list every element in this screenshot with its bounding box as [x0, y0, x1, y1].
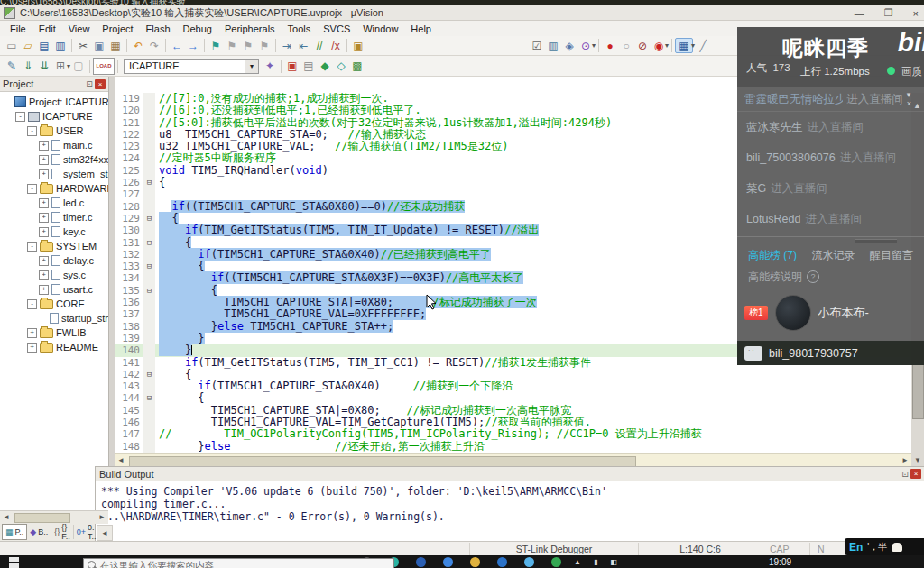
hscroll-thumb[interactable] [14, 513, 70, 523]
scroll-right-icon[interactable]: ► [899, 454, 911, 466]
collapse-icon[interactable]: - [15, 112, 25, 122]
new-file-icon[interactable]: ▭ [4, 38, 20, 53]
manage-runenv-icon[interactable]: ◆ [317, 59, 333, 74]
properties-icon[interactable]: ▣ [350, 38, 366, 53]
window-layout-icon[interactable]: ▦ [675, 38, 693, 53]
expand-icon[interactable]: + [39, 155, 49, 165]
dock-scroll-left-icon[interactable]: ◄ [97, 525, 113, 541]
dock-tab-F[interactable]: {}{} F.. [51, 525, 74, 539]
stop-build-icon[interactable]: ▢ [70, 59, 87, 74]
menu-flash[interactable]: Flash [140, 23, 177, 35]
tray-network-icon[interactable]: ◧ [610, 558, 617, 566]
indent-icon[interactable]: ⇥ [279, 38, 295, 53]
tree-item-system-stn[interactable]: +system_stn [0, 167, 108, 181]
bookmark-next-icon[interactable]: ⚑ [240, 38, 256, 53]
tree-item-SYSTEM[interactable]: -SYSTEM [0, 239, 108, 253]
cut-icon[interactable]: ✂ [75, 38, 91, 53]
chevron-down-icon[interactable]: ▾ [245, 60, 258, 73]
tree-item-timer-c[interactable]: +timer.c [0, 210, 108, 224]
tree-item-CORE[interactable]: -CORE [0, 297, 108, 311]
close-panel-icon[interactable]: × [910, 469, 921, 479]
fold-margin[interactable]: ⊟ [143, 392, 155, 404]
collapse-icon[interactable]: - [27, 184, 37, 194]
pack-installer-icon[interactable]: ▩ [349, 59, 365, 74]
menu-window[interactable]: Window [356, 23, 404, 35]
undo-icon[interactable]: ↶ [130, 38, 146, 53]
menu-file[interactable]: File [4, 23, 32, 35]
dropdown-arrow-icon[interactable]: ▾ [665, 41, 669, 50]
code-line[interactable]: 143 if(TIM5CH1_CAPTURE_STA&0X40) //捕获到一个… [115, 380, 911, 392]
chat-scroll-up-icon[interactable]: ▲ [913, 101, 921, 110]
chat-tab-流水记录[interactable]: 流水记录 [812, 248, 855, 263]
fold-margin[interactable]: ⊟ [143, 213, 155, 224]
close-button[interactable]: × [913, 8, 919, 19]
find-in-files-icon[interactable]: ▥ [545, 38, 561, 53]
tree-item-led-c[interactable]: +led.c [0, 196, 108, 210]
bookmark-clear-icon[interactable]: ⚑ [256, 38, 273, 53]
tree-item-Project--ICAPTURE[interactable]: Project: ICAPTURE [0, 95, 108, 109]
dock-tab-B[interactable]: ◆B.. [27, 525, 51, 539]
file-extensions-icon[interactable]: ▤ [300, 59, 317, 74]
tree-item-main-c[interactable]: +main.c [0, 138, 108, 152]
scroll-right-icon[interactable]: ► [96, 511, 108, 523]
navigate-forward-icon[interactable]: → [185, 38, 201, 53]
chat-tab-醒目留言[interactable]: 醒目留言 [870, 248, 913, 263]
navigate-back-icon[interactable]: ← [169, 38, 185, 53]
ime-language[interactable]: En [849, 541, 863, 554]
build-icon[interactable]: ⇓ [20, 59, 36, 74]
project-hscrollbar[interactable]: ◄ ► [0, 510, 108, 524]
code-line[interactable]: 146 TIM5CH1_CAPTURE_VAL=TIM_GetCapture1(… [115, 417, 911, 428]
tree-item-FWLIB[interactable]: +FWLIB [0, 325, 108, 340]
resize-handle[interactable] [737, 237, 924, 244]
tree-item-key-c[interactable]: +key.c [0, 224, 108, 239]
verify-checkbox-icon[interactable]: ☑ [529, 38, 545, 53]
app-icon-5[interactable] [470, 557, 480, 567]
target-select[interactable]: ICAPTURE▾ [124, 59, 259, 74]
vscroll-thumb[interactable] [912, 363, 924, 419]
tray-chevron-icon[interactable]: ▲ [574, 558, 581, 566]
bookmark-prev-icon[interactable]: ⚑ [224, 38, 240, 53]
fold-margin[interactable]: ⊟ [143, 285, 155, 297]
ime-indicator[interactable]: En '，半 [845, 538, 924, 555]
code-line[interactable]: 142⊟ { [115, 369, 911, 380]
menu-edit[interactable]: Edit [32, 23, 62, 35]
expand-icon[interactable]: + [39, 256, 49, 266]
chat-tab-高能榜7[interactable]: 高能榜 (7) [748, 248, 797, 263]
breakpoint-disable-all-icon[interactable]: ⊘ [634, 38, 651, 53]
software-packs-icon[interactable]: ◇ [333, 59, 349, 74]
tree-item-USER[interactable]: -USER [0, 124, 108, 138]
app-icon-8[interactable] [551, 557, 561, 567]
tree-item-README[interactable]: +README [0, 340, 108, 354]
collapse-icon[interactable]: - [27, 299, 37, 309]
code-line[interactable]: 144⊟ { [115, 392, 911, 404]
pin-icon[interactable]: ⊡ [900, 469, 910, 479]
close-panel-icon[interactable]: × [95, 79, 106, 89]
code-line[interactable]: 145 TIM5CH1_CAPTURE_STA|=0X80; //标记成功捕获到… [115, 405, 911, 417]
code-line[interactable]: 147// TIM_OC1PolarityConfig(TIM5,TIM_ICP… [115, 428, 911, 440]
comment-selection-icon[interactable]: // [311, 38, 328, 53]
scroll-down-icon[interactable]: ▼ [911, 454, 924, 466]
expand-icon[interactable]: + [27, 328, 37, 338]
dock-tab-P[interactable]: ▦P.. [2, 524, 27, 540]
menu-project[interactable]: Project [96, 23, 139, 35]
expand-icon[interactable]: + [39, 270, 49, 280]
redo-icon[interactable]: ↷ [146, 38, 162, 53]
outdent-icon[interactable]: ⇤ [295, 38, 311, 53]
rebuild-all-icon[interactable]: ⇊ [36, 59, 52, 74]
scroll-left-icon[interactable]: ◄ [115, 454, 127, 466]
fold-margin[interactable]: ⊟ [143, 261, 155, 272]
app-icon-6[interactable] [497, 557, 507, 567]
taskbar-search[interactable]: 在这里输入你要搜索的内容 [83, 558, 394, 568]
scroll-left-icon[interactable]: ◄ [0, 511, 13, 523]
save-icon[interactable]: ▤ [36, 38, 52, 53]
configure-wrench-icon[interactable]: ╱ [695, 38, 711, 53]
tree-item-stm32f4xx-[interactable]: +stm32f4xx_ [0, 152, 108, 167]
tree-item-delay-c[interactable]: +delay.c [0, 253, 108, 268]
breakpoint-enable-icon[interactable]: ○ [618, 38, 634, 53]
app-icon-4[interactable] [443, 557, 453, 567]
uncomment-selection-icon[interactable]: /x [328, 38, 344, 53]
help-icon[interactable]: ? [807, 270, 819, 283]
menu-peripherals[interactable]: Peripherals [218, 23, 282, 35]
tree-item-usart-c[interactable]: +usart.c [0, 282, 108, 297]
tree-item-sys-c[interactable]: +sys.c [0, 268, 108, 282]
